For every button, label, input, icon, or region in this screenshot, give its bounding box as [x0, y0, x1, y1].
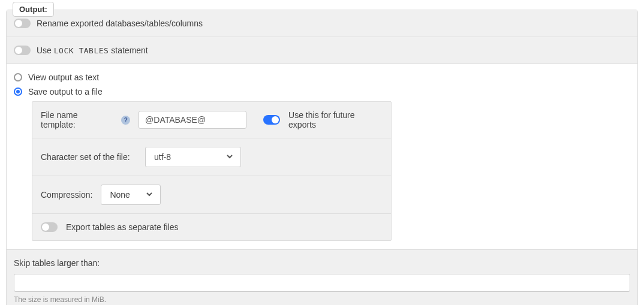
future-exports-label: Use this for future exports: [288, 110, 383, 129]
file-settings-box: File name template: ? Use this for futur…: [32, 101, 392, 241]
file-template-label: File name template:: [41, 110, 113, 129]
file-template-input[interactable]: [139, 111, 246, 129]
save-to-file-label: Save output to a file: [28, 87, 103, 96]
output-mode-section: View output as text Save output to a fil…: [7, 64, 637, 250]
separate-files-label: Export tables as separate files: [66, 222, 179, 232]
help-icon[interactable]: ?: [121, 116, 130, 125]
chevron-down-icon: [146, 190, 153, 200]
skip-size-input[interactable]: [14, 274, 630, 292]
charset-row: Character set of the file: utf-8: [32, 138, 391, 176]
view-as-text-label: View output as text: [28, 73, 99, 82]
save-to-file-radio[interactable]: [14, 87, 22, 96]
future-exports-toggle[interactable]: [263, 115, 280, 125]
charset-select[interactable]: utf-8: [145, 147, 241, 167]
lock-tables-label: Use LOCK TABLES statement: [37, 46, 148, 55]
compression-label: Compression:: [41, 190, 92, 200]
skip-hint: The size is measured in MiB.: [14, 295, 630, 304]
charset-label: Character set of the file:: [41, 152, 137, 162]
lock-tables-toggle[interactable]: [14, 46, 31, 55]
compression-row: Compression: None: [32, 176, 391, 214]
separate-files-row: Export tables as separate files: [32, 214, 391, 240]
output-fieldset: Output: Rename exported databases/tables…: [6, 10, 638, 305]
compression-value: None: [110, 190, 130, 200]
rename-toggle[interactable]: [14, 19, 31, 28]
rename-section: Rename exported databases/tables/columns: [7, 10, 637, 37]
lock-tables-section: Use LOCK TABLES statement: [7, 37, 637, 64]
charset-value: utf-8: [154, 152, 171, 162]
fieldset-legend: Output:: [13, 2, 54, 17]
separate-files-toggle[interactable]: [41, 222, 58, 232]
compression-select[interactable]: None: [101, 185, 161, 205]
skip-label: Skip tables larger than:: [14, 258, 630, 268]
skip-section: Skip tables larger than: The size is mea…: [7, 250, 637, 305]
view-as-text-radio[interactable]: [14, 73, 22, 81]
file-template-row: File name template: ? Use this for futur…: [32, 102, 391, 138]
rename-label: Rename exported databases/tables/columns: [37, 19, 203, 28]
chevron-down-icon: [226, 152, 233, 162]
